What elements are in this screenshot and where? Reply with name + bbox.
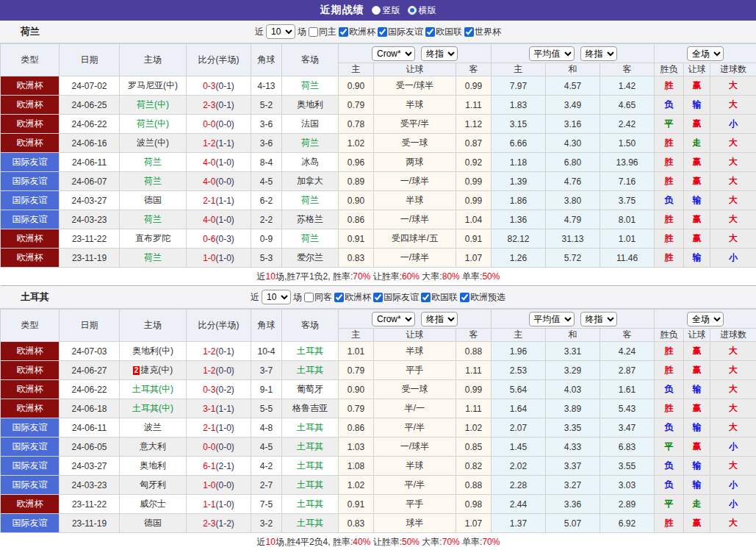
avg-draw-cell: 3.31 — [546, 342, 600, 361]
league-cell: 欧洲杯 — [1, 249, 60, 268]
match-row: 国际友谊24-03-23匈牙利1-0(0-0)2-7土耳其1.02平/半0.88… — [1, 476, 756, 495]
avg-home-cell: 1.96 — [492, 342, 546, 361]
league-filter-label: 欧洲预选 — [470, 291, 505, 304]
away-team-cell: 葡萄牙 — [282, 380, 339, 399]
home-team-cell: 荷兰 — [120, 210, 187, 229]
league-cell: 欧洲杯 — [1, 229, 60, 249]
half-time-score: (1-0) — [216, 499, 234, 510]
half-time-score: (0-0) — [216, 119, 234, 129]
handicap-result-cell: 输 — [684, 418, 710, 438]
odds-source-select[interactable]: Crow* — [372, 312, 415, 326]
handicap-result-cell: 输 — [684, 96, 710, 115]
league-filter-checkbox[interactable] — [373, 293, 383, 302]
avg-source-select[interactable]: 平均值 — [529, 46, 575, 61]
league-filter-checkbox[interactable] — [334, 293, 344, 302]
away-team-cell: 土耳其 — [282, 495, 339, 514]
full-time-score: 1-2 — [203, 346, 215, 357]
match-row: 国际友谊24-03-27德国2-1(1-1)6-2荷兰0.90半球0.991.8… — [1, 191, 756, 210]
home-team-name: 捷克(中) — [140, 365, 173, 375]
half-time-score: (0-0) — [216, 442, 234, 452]
recent-count-select[interactable]: 10 — [262, 290, 291, 304]
away-odds-cell: 1.12 — [456, 115, 492, 134]
outcome-cell: 负 — [655, 476, 684, 495]
match-filter-controls: 近10场同主欧洲杯国际友谊欧国联世界杯 — [255, 24, 501, 39]
league-filter-checkbox[interactable] — [460, 293, 469, 302]
home-team-cell: 荷兰(中) — [120, 96, 187, 115]
league-filter-option[interactable]: 欧国联 — [421, 291, 458, 304]
away-odds-cell: 0.98 — [456, 495, 492, 514]
league-filter-checkbox[interactable] — [464, 27, 474, 37]
away-team-name: 土耳其 — [297, 479, 323, 490]
scope-select[interactable]: 全场 — [687, 312, 724, 326]
outcome-cell: 胜 — [655, 76, 684, 96]
half-time-score: (1-1) — [216, 404, 234, 414]
column-header: 日期 — [60, 44, 120, 76]
scope-select[interactable]: 全场 — [687, 46, 724, 61]
home-team-cell: 奥地利(中) — [120, 342, 187, 361]
vertical-layout-radio[interactable] — [372, 6, 381, 15]
date-cell: 24-07-03 — [60, 342, 120, 361]
league-filter-option[interactable]: 欧洲预选 — [460, 291, 505, 304]
home-odds-cell: 1.02 — [339, 476, 374, 495]
league-filter-option[interactable]: 欧洲杯 — [339, 26, 375, 38]
same-venue-option[interactable]: 同客 — [304, 291, 332, 304]
league-filter-checkbox[interactable] — [339, 27, 348, 37]
outcome-cell: 负 — [655, 457, 684, 476]
away-team-cell: 土耳其 — [282, 457, 339, 476]
league-filter-option[interactable]: 欧国联 — [425, 26, 462, 38]
home-team-cell: 罗马尼亚(中) — [120, 76, 187, 96]
league-filter-option[interactable]: 国际友谊 — [378, 26, 423, 38]
home-team-name: 德国 — [144, 195, 162, 205]
odds-stage-select[interactable]: 终指 — [421, 312, 458, 326]
goals-result-cell: 大 — [710, 153, 756, 172]
avg-source-select[interactable]: 平均值 — [529, 312, 575, 326]
horizontal-layout-radio[interactable] — [408, 6, 417, 15]
avg-stage-select[interactable]: 终指 — [580, 312, 617, 326]
league-filter-option[interactable]: 国际友谊 — [373, 291, 419, 304]
match-row: 国际友谊24-06-11波兰2-1(1-0)4-8土耳其0.86平/半1.022… — [1, 418, 756, 438]
odds-source-select[interactable]: Crow* — [372, 46, 415, 61]
avg-home-cell: 1.86 — [492, 191, 546, 210]
odds-stage-select[interactable]: 终指 — [421, 46, 458, 61]
league-cell: 欧洲杯 — [1, 361, 60, 380]
same-venue-checkbox[interactable] — [304, 293, 314, 302]
summary-segment: 70% — [482, 537, 500, 547]
score-cell: 3-1(1-1) — [187, 399, 251, 418]
away-team-cell: 奥地利 — [282, 96, 339, 115]
odds-group-header: Crow*终指 — [339, 310, 492, 329]
same-venue-option[interactable]: 同主 — [309, 26, 336, 38]
league-filter-option[interactable]: 世界杯 — [464, 26, 501, 38]
home-team-cell: 波兰(中) — [120, 134, 187, 153]
home-team-name: 波兰 — [144, 422, 162, 432]
away-team-cell: 冰岛 — [282, 153, 339, 172]
same-venue-checkbox[interactable] — [309, 27, 318, 37]
league-filter-checkbox[interactable] — [378, 27, 387, 37]
handicap-cell: 半/一 — [374, 399, 456, 418]
column-header: 客场 — [282, 310, 339, 342]
home-odds-cell: 0.91 — [339, 495, 374, 514]
corners-cell: 9-1 — [251, 380, 282, 399]
avg-away-cell: 1.50 — [600, 134, 655, 153]
same-venue-label: 同主 — [319, 26, 336, 38]
home-team-name: 荷兰(中) — [137, 118, 169, 129]
recent-count-select[interactable]: 10 — [266, 24, 295, 39]
league-filter-option[interactable]: 欧洲杯 — [334, 291, 371, 304]
avg-home-cell: 1.83 — [492, 96, 546, 115]
vertical-layout-option[interactable]: 竖版 — [372, 4, 400, 17]
home-team-name: 直布罗陀 — [135, 233, 170, 243]
full-time-score: 2-1 — [203, 196, 215, 206]
avg-stage-select[interactable]: 终指 — [580, 46, 617, 61]
league-cell: 欧洲杯 — [1, 134, 60, 153]
goals-result-cell: 大 — [710, 399, 756, 418]
avg-home-cell: 1.36 — [492, 210, 546, 229]
league-filter-checkbox[interactable] — [425, 27, 435, 37]
corners-cell: 3-2 — [251, 514, 282, 533]
date-cell: 23-11-19 — [60, 514, 120, 533]
away-team-name: 土耳其 — [297, 346, 323, 356]
away-team-cell: 荷兰 — [282, 76, 339, 96]
horizontal-layout-option[interactable]: 横版 — [408, 4, 436, 17]
home-team-name: 德国 — [144, 518, 162, 528]
league-filter-checkbox[interactable] — [421, 293, 431, 302]
home-team-name: 威尔士 — [140, 499, 166, 509]
home-team-name: 土耳其(中) — [132, 403, 173, 413]
